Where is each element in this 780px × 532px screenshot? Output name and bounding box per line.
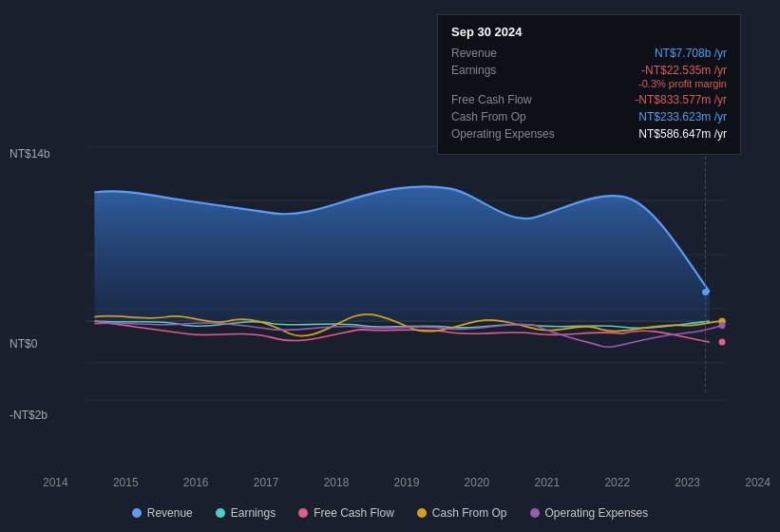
x-label-2017: 2017: [254, 476, 279, 489]
chart-legend: Revenue Earnings Free Cash Flow Cash Fro…: [0, 494, 780, 532]
x-label-2022: 2022: [604, 476, 630, 489]
tooltip-opex-value: NT$586.647m /yr: [638, 127, 727, 141]
legend-fcf-dot: [298, 508, 308, 518]
tooltip-revenue-row: Revenue NT$7.708b /yr: [451, 47, 727, 60]
legend-opex[interactable]: Operating Expenses: [530, 506, 649, 520]
tooltip-earnings-row: Earnings -NT$22.535m /yr: [451, 64, 727, 77]
x-label-2015: 2015: [113, 476, 139, 489]
tooltip-earnings-label: Earnings: [451, 64, 556, 77]
legend-earnings-dot: [216, 508, 225, 518]
legend-fcf[interactable]: Free Cash Flow: [298, 506, 394, 520]
x-label-2021: 2021: [534, 476, 560, 489]
x-axis: 2014 2015 2016 2017 2018 2019 2020 2021 …: [43, 476, 770, 489]
legend-cashop-dot: [417, 508, 427, 518]
legend-revenue-dot: [132, 508, 142, 518]
tooltip-revenue-value: NT$7.708b /yr: [655, 47, 727, 60]
tooltip-fcf-row: Free Cash Flow -NT$833.577m /yr: [451, 93, 727, 106]
tooltip-opex-row: Operating Expenses NT$586.647m /yr: [451, 127, 727, 141]
legend-cashop-label: Cash From Op: [432, 506, 507, 520]
legend-revenue[interactable]: Revenue: [132, 506, 193, 520]
tooltip-cashop-value: NT$233.623m /yr: [638, 110, 727, 124]
legend-cashop[interactable]: Cash From Op: [417, 506, 507, 520]
data-tooltip: Sep 30 2024 Revenue NT$7.708b /yr Earnin…: [437, 14, 741, 155]
chart-svg: [0, 142, 780, 475]
opex-dot: [719, 322, 726, 329]
tooltip-fcf-value: -NT$833.577m /yr: [635, 93, 727, 106]
tooltip-cashop-label: Cash From Op: [451, 110, 556, 124]
tooltip-fcf-label: Free Cash Flow: [451, 93, 556, 106]
tooltip-earnings-value: -NT$22.535m /yr: [641, 64, 727, 77]
x-label-2014: 2014: [43, 476, 68, 489]
fcf-dot: [719, 339, 726, 346]
x-label-2016: 2016: [183, 476, 209, 489]
tooltip-cashop-row: Cash From Op NT$233.623m /yr: [451, 110, 727, 124]
legend-opex-dot: [530, 508, 540, 518]
tooltip-profit-margin: -0.3% profit margin: [451, 78, 727, 89]
tooltip-date: Sep 30 2024: [451, 25, 727, 39]
opex-line: [94, 323, 722, 347]
legend-opex-label: Operating Expenses: [545, 506, 649, 520]
legend-earnings-label: Earnings: [231, 506, 276, 520]
tooltip-opex-label: Operating Expenses: [451, 127, 556, 141]
revenue-dot: [702, 289, 709, 295]
x-label-2018: 2018: [324, 476, 350, 489]
x-label-2023: 2023: [675, 476, 700, 489]
x-label-2024: 2024: [745, 476, 770, 489]
tooltip-revenue-label: Revenue: [451, 47, 556, 60]
legend-revenue-label: Revenue: [147, 506, 193, 520]
revenue-area: [94, 186, 710, 321]
x-label-2019: 2019: [394, 476, 420, 489]
legend-fcf-label: Free Cash Flow: [314, 506, 394, 520]
x-label-2020: 2020: [465, 476, 490, 489]
legend-earnings[interactable]: Earnings: [216, 506, 276, 520]
